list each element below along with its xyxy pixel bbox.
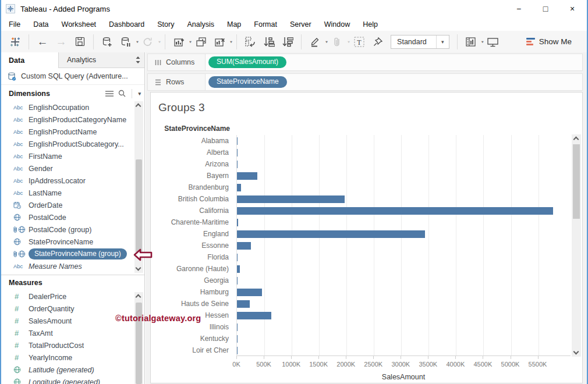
sheet-title[interactable]: Groups 3	[158, 101, 205, 114]
measure-field-orderquantity[interactable]: #OrderQuantity	[1, 303, 144, 315]
columns-shelf[interactable]: Columns SUM(SalesAmount)	[147, 54, 583, 71]
menu-item-help[interactable]: Help	[356, 19, 384, 30]
scroll-up-icon[interactable]	[136, 104, 141, 109]
dimension-field-englishoccupation[interactable]: AbcEnglishOccupation	[1, 101, 144, 113]
dimension-field-measure-names[interactable]: AbcMeasure Names	[1, 260, 144, 272]
menu-item-worksheet[interactable]: Worksheet	[55, 19, 103, 30]
row-label[interactable]: Kentucky	[151, 333, 233, 344]
measures-scrollbar[interactable]	[134, 292, 143, 384]
new-worksheet-button[interactable]	[171, 34, 186, 50]
measure-field-taxamt[interactable]: #TaxAmt	[1, 327, 144, 339]
clear-sheet-button[interactable]	[212, 34, 227, 50]
fit-selector[interactable]: Standard ▾	[391, 35, 449, 49]
fit-selector-caret-icon[interactable]: ▾	[436, 35, 449, 48]
row-label[interactable]: Arizona	[151, 158, 233, 170]
presentation-mode-button[interactable]	[486, 34, 501, 50]
row-label[interactable]: Charente-Maritime	[151, 216, 233, 228]
new-data-source-button[interactable]	[100, 34, 115, 50]
row-label[interactable]: Illinois	[151, 321, 233, 333]
row-label[interactable]: British Columbia	[151, 193, 233, 205]
clear-sheet-dropdown-icon[interactable]: ▾	[230, 40, 232, 44]
row-label[interactable]: California	[151, 205, 233, 216]
show-hide-cards-dropdown-icon[interactable]: ▾	[481, 40, 484, 44]
fix-axes-pin-icon[interactable]	[370, 34, 385, 50]
row-label[interactable]: Bayern	[151, 170, 233, 182]
row-label[interactable]: Loir et Cher	[151, 344, 233, 356]
bar-essonne[interactable]	[237, 242, 251, 250]
bar-georgia[interactable]	[237, 277, 238, 285]
row-label[interactable]: Hauts de Seine	[151, 298, 233, 310]
row-label[interactable]: England	[151, 228, 233, 240]
maximize-button[interactable]: □	[532, 0, 559, 17]
bar-charente-maritime[interactable]	[237, 219, 238, 226]
menu-item-story[interactable]: Story	[151, 19, 180, 30]
tableau-logo-icon[interactable]	[8, 34, 23, 50]
swap-rows-columns-button[interactable]	[243, 34, 258, 50]
bar-hessen[interactable]	[237, 312, 271, 319]
row-label[interactable]: Brandenburg	[151, 182, 233, 193]
dimension-field-firstname[interactable]: AbcFirstName	[1, 150, 144, 162]
menu-item-analysis[interactable]: Analysis	[180, 19, 221, 30]
menu-item-server[interactable]: Server	[284, 19, 318, 30]
show-me-button[interactable]: Show Me	[526, 37, 572, 46]
scroll-up-icon[interactable]	[136, 294, 141, 300]
search-icon[interactable]	[118, 90, 126, 97]
tab-data[interactable]: Data	[1, 52, 59, 68]
scroll-up-icon[interactable]	[573, 137, 579, 143]
show-hide-cards-button[interactable]	[463, 34, 479, 50]
redo-button[interactable]: →	[54, 34, 69, 50]
chart-vertical-scrollbar[interactable]	[572, 134, 581, 357]
bar-hamburg[interactable]	[237, 289, 262, 296]
measure-field-latitude-generated[interactable]: Latitude (generated)	[1, 364, 144, 376]
dimension-field-stateprovincename-group[interactable]: StateProvinceName (group)	[1, 248, 144, 260]
bar-california[interactable]	[237, 207, 553, 215]
group-members-button[interactable]	[330, 34, 345, 50]
bar-alberta[interactable]	[237, 149, 238, 157]
highlight-button[interactable]	[307, 34, 323, 50]
dimension-field-englishproductcategoryname[interactable]: AbcEnglishProductCategoryName	[1, 113, 144, 126]
data-source-item[interactable]: Custom SQL Query (Adventure...	[1, 68, 144, 85]
bar-alabama[interactable]	[237, 137, 238, 145]
undo-button[interactable]: ←	[35, 34, 50, 50]
sort-descending-button[interactable]	[280, 34, 295, 50]
row-label[interactable]: Georgia	[151, 275, 233, 286]
dimension-field-ipaddresslocator[interactable]: AbcIpAddressLocator	[1, 175, 144, 187]
bar-england[interactable]	[237, 230, 425, 238]
menu-item-file[interactable]: File	[2, 19, 27, 30]
dimension-field-lastname[interactable]: AbcLastName	[1, 187, 144, 199]
pause-updates-dropdown-icon[interactable]: ▾	[136, 40, 139, 44]
new-worksheet-dropdown-icon[interactable]: ▾	[189, 40, 192, 44]
dimension-field-postalcode-group[interactable]: PostalCode (group)	[1, 223, 144, 236]
view-as-list-icon[interactable]	[105, 90, 114, 97]
menu-item-format[interactable]: Format	[247, 19, 284, 30]
dimension-field-stateprovincename[interactable]: StateProvinceName	[1, 236, 144, 248]
measure-field-yearlyincome[interactable]: #YearlyIncome	[1, 351, 144, 364]
save-button[interactable]	[72, 34, 87, 50]
row-label[interactable]: Garonne (Haute)	[151, 263, 233, 275]
measure-field-longitude-generated[interactable]: Longitude (generated)	[1, 376, 144, 384]
row-label[interactable]: Essonne	[151, 240, 233, 251]
bar-british-columbia[interactable]	[237, 195, 345, 203]
bar-illinois[interactable]	[237, 323, 238, 331]
menu-item-dashboard[interactable]: Dashboard	[102, 19, 151, 30]
bar-florida[interactable]	[237, 254, 238, 261]
dimension-field-postalcode[interactable]: PostalCode	[1, 211, 144, 223]
bar-hauts-de-seine[interactable]	[237, 300, 250, 308]
pill-sum-salesamount[interactable]: SUM(SalesAmount)	[208, 56, 286, 68]
menu-item-map[interactable]: Map	[221, 19, 247, 30]
bar-bayern[interactable]	[237, 172, 257, 180]
chart-row-header[interactable]: StateProvinceName	[151, 125, 233, 133]
chart-plot-area[interactable]	[236, 135, 571, 356]
duplicate-button[interactable]	[193, 34, 208, 50]
bar-kentucky[interactable]	[237, 335, 238, 343]
menu-item-data[interactable]: Data	[27, 19, 55, 30]
scroll-down-icon[interactable]	[136, 265, 141, 271]
dimension-field-gender[interactable]: AbcGender	[1, 162, 144, 175]
pane-sort-icon[interactable]	[132, 52, 144, 67]
measure-field-dealerprice[interactable]: #DealerPrice	[1, 290, 144, 303]
row-label[interactable]: Alabama	[151, 135, 233, 147]
show-mark-labels-button[interactable]: T	[352, 34, 367, 50]
rows-shelf[interactable]: Rows StateProvinceName	[147, 73, 583, 91]
pill-stateprovincename[interactable]: StateProvinceName	[208, 76, 287, 88]
dimensions-menu-caret-icon[interactable]: ▾	[138, 91, 141, 97]
